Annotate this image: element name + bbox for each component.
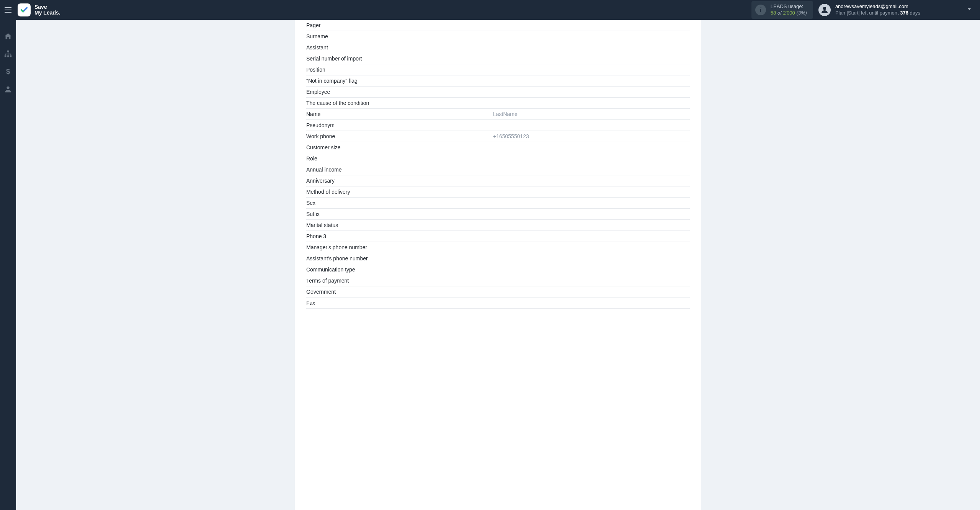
field-row[interactable]: Assistant's phone number [306,253,690,264]
account-plan: Plan |Start| left until payment 376 days [835,10,920,16]
field-row[interactable]: Pager [306,20,690,31]
svg-rect-3 [7,56,9,57]
leads-usage-box[interactable]: i LEADS usage: 58 of 2'000 (3%) [751,1,813,19]
field-row[interactable]: Customer size [306,142,690,153]
field-value: +16505550123 [493,133,529,139]
field-label: Work phone [306,133,493,139]
field-label: Sex [306,200,493,206]
usage-label: LEADS usage: [771,3,807,10]
field-label: Anniversary [306,178,493,184]
sidebar-item-account[interactable] [4,85,12,93]
field-row[interactable]: Communication type [306,264,690,275]
field-label: Terms of payment [306,278,493,284]
sitemap-icon [4,50,12,58]
field-row[interactable]: Work phone+16505550123 [306,131,690,142]
field-row[interactable]: Employee [306,87,690,98]
field-label: Suffix [306,211,493,217]
svg-text:$: $ [6,67,10,75]
field-row[interactable]: Marital status [306,220,690,231]
field-label: Assistant [306,44,493,51]
field-label: Method of delivery [306,189,493,195]
field-label: Serial number of import [306,56,493,62]
checkmark-icon [20,6,28,14]
sidebar-item-billing[interactable]: $ [4,67,12,76]
account-text: andrewsavemyleads@gmail.com Plan |Start|… [835,3,920,16]
usage-of: of [777,10,782,16]
dollar-icon: $ [4,67,12,76]
sidebar-item-home[interactable] [4,32,12,41]
field-row[interactable]: The cause of the condition [306,98,690,109]
field-row[interactable]: Phone 3 [306,231,690,242]
app-logo[interactable] [18,3,31,16]
field-label: Fax [306,300,493,306]
field-row[interactable]: Method of delivery [306,186,690,198]
field-row[interactable]: Anniversary [306,175,690,186]
avatar [818,4,831,16]
usage-current: 58 [771,10,776,16]
field-label: Pager [306,22,493,28]
field-label: "Not in company" flag [306,78,493,84]
person-icon [820,5,829,15]
svg-point-6 [7,87,9,89]
app-header: Save My Leads. i LEADS usage: 58 of 2'00… [0,0,980,20]
account-menu[interactable]: andrewsavemyleads@gmail.com Plan |Start|… [818,3,920,16]
field-row[interactable]: Assistant [306,42,690,53]
field-row[interactable]: Serial number of import [306,53,690,64]
usage-max: 2'000 [783,10,795,16]
field-row[interactable]: Annual income [306,164,690,175]
sidebar: $ [0,20,16,510]
field-row[interactable]: NameLastName [306,109,690,120]
svg-rect-2 [5,56,7,57]
field-row[interactable]: Surname [306,31,690,42]
field-label: The cause of the condition [306,100,493,106]
fields-panel: PagerSurnameAssistantSerial number of im… [295,20,701,510]
field-label: Assistant's phone number [306,255,493,262]
usage-pct: (3%) [796,10,807,16]
brand-name: Save My Leads. [34,4,60,16]
field-label: Position [306,67,493,73]
field-label: Employee [306,89,493,95]
field-label: Communication type [306,266,493,273]
field-label: Name [306,111,493,117]
field-row[interactable]: Manager's phone number [306,242,690,253]
field-row[interactable]: Fax [306,298,690,309]
home-icon [4,32,12,41]
field-row[interactable]: Suffix [306,209,690,220]
main-content: PagerSurnameAssistantSerial number of im… [16,20,980,510]
field-row[interactable]: "Not in company" flag [306,75,690,87]
svg-rect-1 [7,51,9,52]
field-row[interactable]: Government [306,286,690,298]
account-email: andrewsavemyleads@gmail.com [835,3,920,10]
field-label: Surname [306,33,493,39]
field-label: Annual income [306,167,493,173]
svg-point-0 [823,7,826,10]
usage-text: LEADS usage: 58 of 2'000 (3%) [771,3,807,16]
field-value: LastName [493,111,518,117]
field-label: Government [306,289,493,295]
brand-line2: My Leads. [34,10,60,16]
field-row[interactable]: Position [306,64,690,75]
field-label: Role [306,155,493,162]
sidebar-item-connections[interactable] [4,50,12,58]
field-row[interactable]: Role [306,153,690,164]
field-row[interactable]: Sex [306,198,690,209]
field-label: Customer size [306,144,493,150]
field-label: Phone 3 [306,233,493,239]
svg-rect-4 [10,56,12,57]
person-icon [4,85,12,93]
field-label: Marital status [306,222,493,228]
field-label: Manager's phone number [306,244,493,250]
brand-line1: Save [34,4,60,10]
field-label: Pseudonym [306,122,493,128]
hamburger-icon [5,7,11,13]
chevron-down-icon [966,6,972,12]
menu-toggle[interactable] [0,0,16,20]
info-icon: i [755,5,766,15]
field-row[interactable]: Terms of payment [306,275,690,286]
field-row[interactable]: Pseudonym [306,120,690,131]
account-dropdown-toggle[interactable] [920,6,975,14]
